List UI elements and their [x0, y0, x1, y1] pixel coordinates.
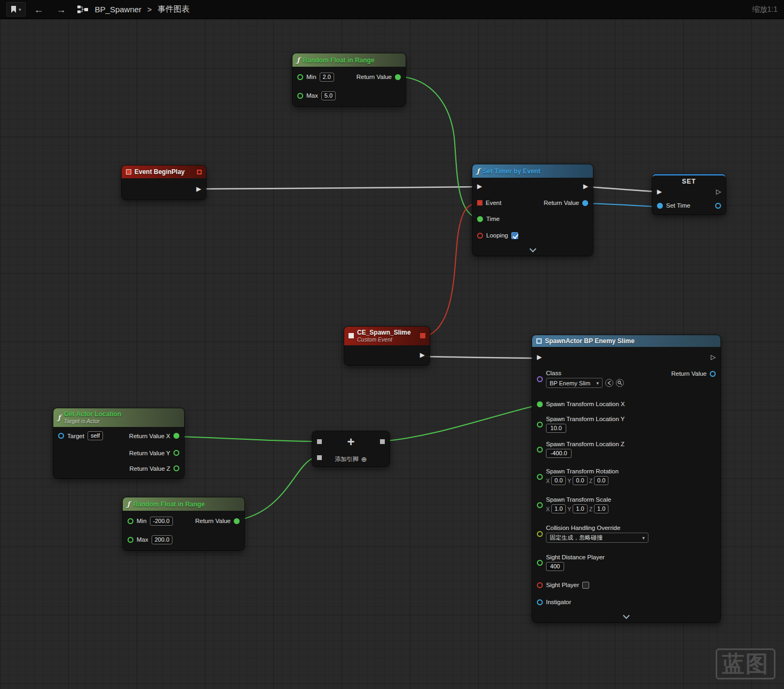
node-subtitle: Custom Event	[357, 336, 411, 343]
looping-pin[interactable]	[477, 233, 483, 239]
scale-y-input[interactable]: 1.0	[573, 504, 587, 513]
sight-distance-pin[interactable]	[537, 560, 543, 566]
exec-out-pin[interactable]: ▶	[583, 183, 588, 189]
exec-in-pin[interactable]: ▶	[537, 354, 542, 360]
scale-x-input[interactable]: 1.0	[551, 504, 566, 513]
scale-z-input[interactable]: 1.0	[594, 504, 608, 513]
collision-pin[interactable]	[537, 531, 543, 537]
event-delegate-pin[interactable]	[477, 200, 482, 205]
axis-z-label: Z	[589, 478, 592, 484]
return-y-pin[interactable]	[173, 450, 179, 456]
location-y-input[interactable]: 10.0	[546, 424, 566, 433]
node-header[interactable]: ƒ Get Actor Location Target is Actor	[53, 408, 184, 427]
location-z-input[interactable]: -400.0	[546, 449, 572, 458]
node-header[interactable]: Event BeginPlay	[122, 165, 206, 178]
browse-icon[interactable]	[616, 379, 624, 387]
return-value-pin[interactable]	[234, 518, 240, 524]
node-custom-event[interactable]: CE_Spawn_Slime Custom Event ▶	[344, 327, 430, 365]
min-input[interactable]: -200.0	[150, 517, 173, 526]
breadcrumb-root[interactable]: BP_Spawner	[95, 5, 142, 14]
sight-player-pin[interactable]	[537, 582, 543, 588]
node-header[interactable]: ƒ Random Float in Range	[123, 497, 244, 511]
expand-chevron-icon[interactable]	[623, 612, 630, 619]
max-input[interactable]: 200.0	[152, 535, 173, 544]
rotation-z-input[interactable]: 0.0	[594, 476, 608, 485]
function-icon: ƒ	[297, 56, 300, 64]
instigator-pin[interactable]	[537, 599, 543, 605]
node-set-timer-by-event[interactable]: ƒ Set Timer by Event ▶ ▶ Event Return Va…	[472, 164, 593, 256]
node-set-variable[interactable]: SET ▶ ▷ Set Time	[652, 174, 726, 215]
exec-out-pin[interactable]: ▶	[420, 352, 425, 358]
collision-label: Collision Handling Override	[546, 525, 648, 531]
node-random-float-bottom[interactable]: ƒ Random Float in Range Min -200.0 Retur…	[123, 497, 244, 550]
back-button[interactable]: ←	[30, 5, 48, 14]
exec-out-pin[interactable]: ▶	[196, 186, 201, 192]
location-y-pin[interactable]	[537, 422, 543, 427]
max-input[interactable]: 5.0	[321, 91, 336, 100]
exec-out-pin[interactable]: ▷	[711, 354, 716, 360]
looping-checkbox[interactable]	[511, 232, 518, 239]
exec-in-pin[interactable]: ▶	[657, 188, 662, 195]
class-dropdown[interactable]: BP Enemy Slim ▾	[546, 378, 603, 388]
use-selected-icon[interactable]	[605, 379, 613, 387]
rotation-pin[interactable]	[537, 474, 543, 480]
node-title: CE_Spawn_Slime	[357, 329, 411, 336]
node-spawnactor[interactable]: SpawnActor BP Enemy Slime ▶ ▷ Class BP E…	[532, 335, 720, 622]
min-label: Min	[306, 74, 316, 80]
node-title: Event BeginPlay	[134, 168, 185, 176]
return-value-pin[interactable]	[582, 200, 588, 206]
rotation-x-input[interactable]: 0.0	[551, 476, 566, 485]
collision-dropdown[interactable]: 固定生成，忽略碰撞 ▾	[546, 533, 648, 543]
rotation-y-input[interactable]: 0.0	[573, 476, 587, 485]
exec-out-pin[interactable]: ▷	[716, 188, 721, 195]
node-get-actor-location[interactable]: ƒ Get Actor Location Target is Actor Tar…	[53, 408, 184, 478]
min-input[interactable]: 2.0	[320, 73, 334, 82]
min-pin[interactable]	[128, 518, 133, 524]
return-z-pin[interactable]	[173, 465, 179, 471]
bookmark-button[interactable]: ▾	[6, 2, 26, 17]
sight-player-checkbox[interactable]	[582, 582, 589, 589]
min-pin[interactable]	[297, 74, 303, 80]
axis-y-label: Y	[567, 478, 571, 484]
node-event-beginplay[interactable]: Event BeginPlay ▶	[122, 165, 206, 200]
node-header[interactable]: CE_Spawn_Slime Custom Event	[344, 327, 430, 345]
blueprint-editor: ▾ ← → BP_Spawner > 事件图表 缩放1:1	[0, 0, 784, 689]
min-label: Min	[137, 518, 147, 524]
node-random-float-top[interactable]: ƒ Random Float in Range Min 2.0 Return V…	[292, 53, 406, 106]
scale-pin[interactable]	[537, 502, 543, 508]
target-input[interactable]: self	[88, 431, 103, 440]
add-pin-icon[interactable]: ⊕	[361, 456, 367, 463]
time-pin[interactable]	[477, 216, 483, 222]
node-header[interactable]: ƒ Random Float in Range	[292, 53, 406, 67]
expand-chevron-icon[interactable]	[529, 245, 536, 252]
return-x-label: Return Value X	[129, 433, 170, 439]
sight-distance-label: Sight Distance Player	[546, 554, 605, 560]
max-pin[interactable]	[128, 537, 133, 543]
set-time-in-pin[interactable]	[657, 203, 663, 209]
target-pin[interactable]	[58, 433, 64, 439]
class-pin[interactable]	[537, 376, 543, 382]
instigator-label: Instigator	[546, 599, 571, 605]
return-x-pin[interactable]	[173, 433, 179, 439]
node-header[interactable]: ƒ Set Timer by Event	[472, 164, 593, 178]
return-value-pin[interactable]	[395, 74, 401, 80]
forward-button[interactable]: →	[52, 5, 70, 14]
add-output-pin[interactable]	[380, 439, 385, 444]
location-x-pin[interactable]	[537, 401, 543, 407]
event-icon	[349, 333, 354, 338]
max-pin[interactable]	[297, 93, 303, 99]
delegate-out-pin[interactable]	[420, 333, 425, 338]
add-input-a-pin[interactable]	[317, 439, 322, 444]
return-value-pin[interactable]	[710, 371, 716, 377]
breadcrumb-page[interactable]: 事件图表	[157, 4, 189, 14]
plus-operator-icon: +	[347, 435, 354, 448]
axis-y-label: Y	[567, 506, 571, 512]
location-z-label: Spawn Transform Location Z	[546, 441, 624, 447]
caret-down-icon: ▾	[596, 381, 599, 386]
node-header[interactable]: SpawnActor BP Enemy Slime	[532, 335, 720, 347]
location-z-pin[interactable]	[537, 447, 543, 453]
sight-distance-input[interactable]: 400	[546, 562, 564, 571]
node-add[interactable]: + 添加引脚 ⊕	[312, 431, 390, 466]
set-time-out-pin[interactable]	[715, 203, 721, 209]
exec-in-pin[interactable]: ▶	[477, 183, 482, 189]
